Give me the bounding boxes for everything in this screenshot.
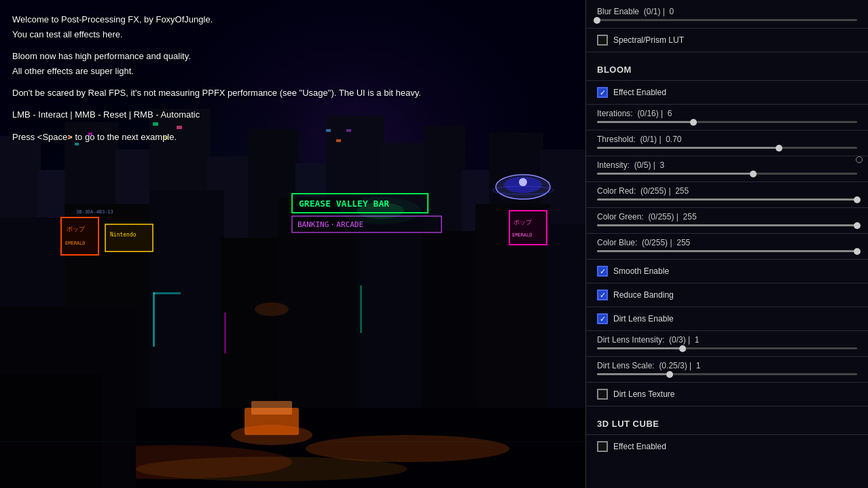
svg-point-70 [255,302,289,316]
color-green-track[interactable] [597,224,857,226]
dirt-lens-enable-label: Dirt Lens Enable [613,314,674,324]
iterations-thumb[interactable] [690,119,697,126]
divider-1 [586,28,868,29]
dirt-lens-intensity-track[interactable] [597,347,857,349]
blur-enable-thumb[interactable] [594,17,600,24]
dirt-lens-texture-row[interactable]: Dirt Lens Texture [586,385,868,403]
svg-text:BANKING・ARCADE: BANKING・ARCADE [297,220,363,229]
bloom-line1: Bloom now has high performance and quali… [12,49,421,64]
color-blue-thumb[interactable] [854,248,861,255]
color-blue-track[interactable] [597,250,857,252]
threshold-fill [597,147,779,149]
svg-text:Nintendo: Nintendo [110,232,137,238]
bloom-section-header: BLOOM [586,60,868,77]
threshold-track[interactable] [597,147,857,149]
divider-14 [586,356,868,357]
reduce-banding-row[interactable]: Reduce Banding [586,286,868,304]
color-green-control: Color Green: (0/255) | 255 [586,211,868,230]
svg-rect-67 [360,285,362,333]
blur-enable-label: Blur Enable (0/1) | 0 [597,7,857,16]
iterations-fill [597,121,693,123]
divider-7 [586,181,868,182]
svg-rect-58 [251,401,292,415]
color-red-label: Color Red: (0/255) | 255 [597,186,857,196]
divider-9 [586,233,868,234]
svg-rect-44 [509,211,547,245]
color-red-thumb[interactable] [854,196,861,203]
dirt-lens-intensity-label: Dirt Lens Intensity: (0/3) | 1 [597,335,857,345]
spectral-lut-label: Spectral/Prism LUT [613,35,684,45]
dirt-lens-scale-thumb[interactable] [666,371,673,378]
dirt-lens-enable-checkbox[interactable] [597,313,608,324]
divider-4 [586,104,868,105]
svg-text:ポップ: ポップ [67,226,86,232]
threshold-control: Threshold: (0/1) | 0.70 [586,133,868,153]
overlay-instructions: Welcome to Post-Processing FX, by FoxyOf… [0,0,433,157]
svg-point-59 [231,425,312,445]
color-blue-fill [597,250,857,252]
color-blue-control: Color Blue: (0/255) | 255 [586,237,868,256]
lut-effect-enabled-row[interactable]: Effect Enabled [586,438,868,455]
dirt-lens-scale-track[interactable] [597,373,857,375]
divider-15 [586,382,868,383]
dirt-lens-scale-fill [597,373,670,375]
intensity-track[interactable] [597,173,857,175]
lut-effect-enabled-checkbox[interactable] [597,441,608,452]
lut-cube-section-header: 3D LUT CUBE [586,415,868,432]
dirt-lens-texture-checkbox[interactable] [597,389,608,400]
svg-point-69 [340,197,421,224]
divider-13 [586,330,868,331]
dirt-lens-intensity-thumb[interactable] [679,345,686,352]
color-red-track[interactable] [597,198,857,201]
bloom-line2: All other effects are super light. [12,64,421,79]
city-scene: GREASE VALLEY BAR BANKING・ARCADE ポップ EME… [0,0,585,488]
dirt-lens-enable-row[interactable]: Dirt Lens Enable [586,310,868,328]
scroll-indicator [856,156,863,163]
color-blue-label: Color Blue: (0/255) | 255 [597,238,857,247]
svg-text:EMERALD: EMERALD [65,241,86,246]
intensity-thumb[interactable] [750,171,757,177]
svg-rect-66 [224,313,226,353]
iterations-track[interactable] [597,121,857,123]
spectral-lut-row[interactable]: Spectral/Prism LUT [586,31,868,49]
welcome-line2: You can test all effects here. [12,27,421,42]
divider-8 [586,207,868,208]
svg-point-54 [519,178,527,186]
svg-point-50 [136,457,408,481]
lut-effect-enabled-label: Effect Enabled [613,442,666,451]
effect-enabled-row[interactable]: Effect Enabled [586,84,868,101]
svg-text:EMERALD: EMERALD [512,232,532,238]
divider-10 [586,259,868,260]
effect-enabled-label: Effect Enabled [613,88,666,97]
color-red-fill [597,198,857,201]
space-hint: Press <Space> to go to the next example. [12,130,421,145]
divider-6 [586,156,868,156]
svg-rect-39 [61,217,98,255]
iterations-control: Iterations: (0/16) | 6 [586,107,868,127]
color-red-control: Color Red: (0/255) | 255 [586,185,868,205]
blur-enable-control: Blur Enable (0/1) | 0 [586,5,868,25]
dirt-lens-texture-label: Dirt Lens Texture [613,389,675,399]
color-green-thumb[interactable] [854,222,861,229]
smooth-enable-checkbox[interactable] [597,266,608,277]
sidebar-panel: Blur Enable (0/1) | 0 Spectral/Prism LUT… [585,0,868,488]
smooth-enable-row[interactable]: Smooth Enable [586,262,868,280]
svg-rect-56 [0,374,102,488]
reduce-banding-checkbox[interactable] [597,290,608,300]
dirt-lens-intensity-fill [597,347,683,349]
intensity-control: Intensity: (0/5) | 3 [586,159,868,179]
blur-enable-track[interactable] [597,19,857,21]
effect-enabled-checkbox[interactable] [597,87,608,98]
reduce-banding-label: Reduce Banding [613,290,674,300]
dirt-lens-scale-label: Dirt Lens Scale: (0.25/3) | 1 [597,361,857,370]
intensity-fill [597,173,753,175]
divider-2 [586,52,868,52]
smooth-enable-label: Smooth Enable [613,266,669,276]
iterations-label: Iterations: (0/16) | 6 [597,109,857,118]
threshold-thumb[interactable] [776,145,782,152]
color-green-fill [597,224,857,226]
spectral-lut-checkbox[interactable] [597,35,608,46]
welcome-line1: Welcome to Post-Processing FX, by FoxyOf… [12,12,421,27]
dirt-lens-intensity-control: Dirt Lens Intensity: (0/3) | 1 [586,334,868,353]
controls-hint: LMB - Interact | MMB - Reset | RMB - Aut… [12,107,421,122]
